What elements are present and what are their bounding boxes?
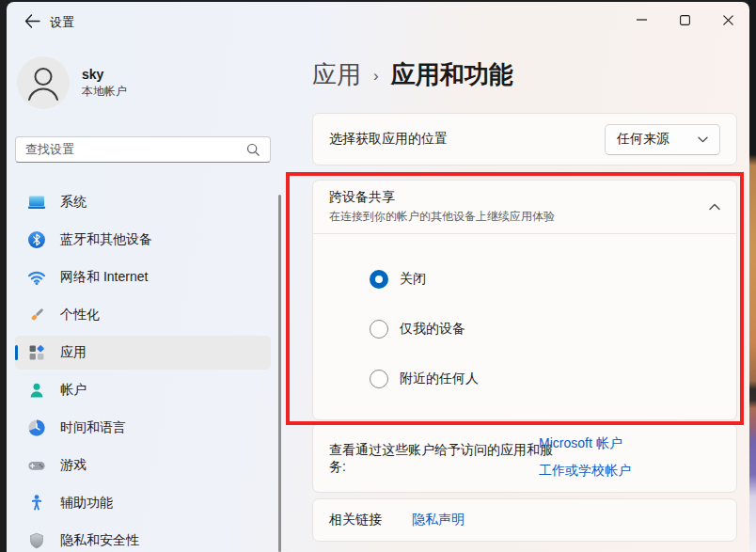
sidebar-item-gaming[interactable]: 游戏 <box>15 449 271 482</box>
sidebar-item-accessibility[interactable]: 辅助功能 <box>15 486 271 520</box>
radio-unselected-icon <box>370 320 388 339</box>
privacy-shield-icon <box>27 531 46 550</box>
related-links-card: 相关链接 隐私声明 <box>312 498 737 542</box>
app-source-label: 选择获取应用的位置 <box>329 131 605 148</box>
chevron-down-icon <box>698 136 708 143</box>
search-icon <box>245 142 260 157</box>
sidebar-item-label: 隐私和安全性 <box>60 532 139 549</box>
share-options-group: 关闭 仅我的设备 附近的任何人 <box>313 234 736 388</box>
related-links-label: 相关链接 <box>329 512 382 528</box>
desktop-wallpaper-strip <box>748 0 756 552</box>
share-expander-header[interactable]: 跨设备共享 在连接到你的帐户的其他设备上继续应用体验 <box>313 181 736 234</box>
window-controls <box>620 2 749 38</box>
sidebar-nav: 系统 蓝牙和其他设备 <box>15 185 271 552</box>
dropdown-selected-value: 任何来源 <box>617 131 669 148</box>
share-subtitle: 在连接到你的帐户的其他设备上继续应用体验 <box>329 209 555 225</box>
user-name: sky <box>82 67 127 82</box>
back-button[interactable] <box>18 8 46 33</box>
minimize-button[interactable] <box>620 2 663 38</box>
accounts-person-icon <box>27 381 46 400</box>
sidebar-item-label: 辅助功能 <box>60 495 113 512</box>
sidebar-item-label: 网络和 Internet <box>60 269 148 286</box>
close-button[interactable] <box>706 2 749 38</box>
minimize-icon <box>637 19 647 21</box>
radio-label: 仅我的设备 <box>400 321 465 338</box>
sidebar-item-time-language[interactable]: 时间和语言 <box>15 411 271 445</box>
accessibility-figure-icon <box>27 494 46 513</box>
window-body: sky 本地帐户 查找设置 <box>7 39 749 552</box>
accounts-access-label: 查看通过这些账户给予访问的应用和服务: <box>329 441 553 476</box>
sidebar-item-label: 游戏 <box>60 457 87 474</box>
sidebar-item-accounts[interactable]: 帐户 <box>15 373 271 407</box>
radio-option-everyone-nearby[interactable]: 附近的任何人 <box>370 370 736 388</box>
work-school-account-link[interactable]: 工作或学校帐户 <box>539 463 631 480</box>
maximize-icon <box>680 15 690 25</box>
app-source-dropdown[interactable]: 任何来源 <box>605 124 720 155</box>
radio-label: 关闭 <box>400 271 426 288</box>
content-pane: 应用 › 应用和功能 选择获取应用的位置 任何来源 <box>299 39 749 552</box>
accounts-access-links: Microsoft 帐户 工作或学校帐户 <box>539 424 631 492</box>
share-title: 跨设备共享 <box>329 189 555 206</box>
sidebar-item-personalization[interactable]: 个性化 <box>15 298 271 332</box>
system-icon <box>27 193 46 212</box>
user-account-type: 本地帐户 <box>82 84 127 100</box>
personalization-brush-icon <box>27 306 46 324</box>
breadcrumb-separator: › <box>373 67 379 86</box>
breadcrumb-apps[interactable]: 应用 <box>312 58 361 91</box>
radio-unselected-icon <box>370 370 388 388</box>
titlebar: 设置 <box>7 2 749 39</box>
breadcrumb: 应用 › 应用和功能 <box>312 58 513 91</box>
search-placeholder: 查找设置 <box>25 141 245 158</box>
bluetooth-icon <box>27 230 46 249</box>
radio-selected-icon <box>370 270 388 289</box>
sidebar-item-privacy[interactable]: 隐私和安全性 <box>15 524 271 552</box>
maximize-button[interactable] <box>663 2 706 38</box>
sidebar-item-label: 系统 <box>60 194 87 211</box>
sidebar-item-label: 个性化 <box>60 307 100 323</box>
person-icon <box>17 56 70 109</box>
user-profile[interactable]: sky 本地帐户 <box>17 56 127 109</box>
desktop-background: 设置 <box>0 0 756 552</box>
app-source-card: 选择获取应用的位置 任何来源 <box>312 113 737 166</box>
sidebar-item-system[interactable]: 系统 <box>15 185 271 219</box>
apps-icon <box>27 343 46 362</box>
sidebar-item-label: 帐户 <box>60 382 87 399</box>
microsoft-account-link[interactable]: Microsoft 帐户 <box>539 435 631 452</box>
gaming-gamepad-icon <box>27 456 46 475</box>
close-icon <box>723 15 733 25</box>
avatar <box>17 56 70 109</box>
sidebar: sky 本地帐户 查找设置 <box>7 39 299 552</box>
radio-label: 附近的任何人 <box>400 371 479 387</box>
sidebar-item-network[interactable]: 网络和 Internet <box>15 260 271 294</box>
settings-window: 设置 <box>7 2 749 552</box>
radio-option-off[interactable]: 关闭 <box>370 270 736 289</box>
network-wifi-icon <box>27 268 46 287</box>
sidebar-item-apps[interactable]: 应用 <box>15 336 271 370</box>
sidebar-item-label: 时间和语言 <box>60 419 126 436</box>
time-language-clock-icon <box>27 418 46 437</box>
app-title: 设置 <box>50 14 74 31</box>
sidebar-item-label: 蓝牙和其他设备 <box>60 231 152 248</box>
accounts-access-card: 查看通过这些账户给予访问的应用和服务: Microsoft 帐户 工作或学校帐户 <box>312 423 737 493</box>
sidebar-item-bluetooth[interactable]: 蓝牙和其他设备 <box>15 223 271 257</box>
radio-option-my-devices-only[interactable]: 仅我的设备 <box>370 320 736 339</box>
page-title: 应用和功能 <box>391 58 513 91</box>
chevron-up-icon <box>709 203 720 211</box>
sidebar-item-label: 应用 <box>60 344 87 361</box>
search-input[interactable]: 查找设置 <box>15 136 271 163</box>
share-across-devices-card: 跨设备共享 在连接到你的帐户的其他设备上继续应用体验 关闭 <box>312 180 737 420</box>
privacy-statement-link[interactable]: 隐私声明 <box>412 512 465 528</box>
sidebar-scrollbar[interactable] <box>278 195 281 552</box>
back-arrow-icon <box>24 14 40 28</box>
